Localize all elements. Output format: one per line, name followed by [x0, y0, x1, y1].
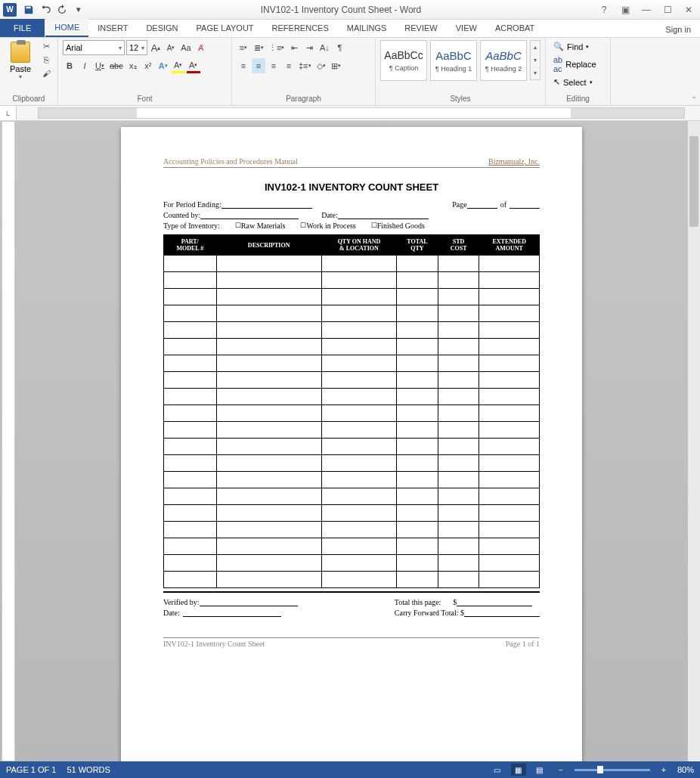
table-cell[interactable]: [164, 405, 217, 422]
strikethrough-button[interactable]: abc: [108, 58, 125, 73]
table-cell[interactable]: [438, 322, 479, 339]
table-cell[interactable]: [216, 289, 321, 305]
shading-button[interactable]: ◇▾: [314, 58, 328, 73]
table-cell[interactable]: [321, 405, 396, 422]
tab-acrobat[interactable]: ACROBAT: [486, 19, 544, 37]
table-cell[interactable]: [164, 488, 217, 505]
font-size-combo[interactable]: 12▾: [126, 40, 147, 55]
table-cell[interactable]: [397, 439, 438, 455]
table-cell[interactable]: [438, 488, 479, 505]
table-cell[interactable]: [397, 538, 438, 555]
align-center-button[interactable]: ≡: [252, 58, 265, 73]
font-name-combo[interactable]: Arial▾: [63, 40, 125, 55]
table-cell[interactable]: [479, 555, 540, 572]
table-cell[interactable]: [164, 472, 217, 488]
table-cell[interactable]: [164, 538, 217, 555]
sort-button[interactable]: A↓: [317, 40, 331, 55]
table-cell[interactable]: [321, 305, 396, 322]
table-cell[interactable]: [479, 305, 540, 322]
table-cell[interactable]: [216, 339, 321, 355]
table-cell[interactable]: [164, 422, 217, 439]
table-cell[interactable]: [321, 256, 396, 272]
table-cell[interactable]: [164, 355, 217, 372]
horizontal-ruler[interactable]: [38, 107, 685, 119]
table-cell[interactable]: [164, 289, 217, 305]
table-cell[interactable]: [397, 405, 438, 422]
table-cell[interactable]: [438, 339, 479, 355]
table-cell[interactable]: [397, 289, 438, 305]
table-cell[interactable]: [321, 339, 396, 355]
table-cell[interactable]: [164, 256, 217, 272]
underline-button[interactable]: U▾: [93, 58, 107, 73]
italic-button[interactable]: I: [78, 58, 91, 73]
table-cell[interactable]: [216, 322, 321, 339]
justify-button[interactable]: ≡: [282, 58, 296, 73]
table-cell[interactable]: [216, 405, 321, 422]
table-cell[interactable]: [479, 389, 540, 405]
table-cell[interactable]: [479, 455, 540, 472]
tab-page-layout[interactable]: PAGE LAYOUT: [187, 19, 263, 37]
table-cell[interactable]: [216, 422, 321, 439]
table-cell[interactable]: [397, 355, 438, 372]
table-cell[interactable]: [397, 256, 438, 272]
table-cell[interactable]: [164, 372, 217, 389]
ribbon-display-button[interactable]: ▣: [617, 2, 633, 17]
table-cell[interactable]: [164, 272, 217, 289]
table-cell[interactable]: [321, 355, 396, 372]
table-cell[interactable]: [216, 355, 321, 372]
table-cell[interactable]: [479, 405, 540, 422]
undo-button[interactable]: [38, 2, 53, 17]
table-cell[interactable]: [164, 522, 217, 538]
vertical-scrollbar[interactable]: [688, 121, 700, 761]
scrollbar-thumb[interactable]: [689, 136, 698, 227]
table-cell[interactable]: [438, 272, 479, 289]
table-cell[interactable]: [479, 505, 540, 522]
page-count[interactable]: PAGE 1 OF 1: [6, 765, 56, 774]
table-cell[interactable]: [438, 372, 479, 389]
help-button[interactable]: ?: [596, 2, 612, 17]
sign-in-link[interactable]: Sign in: [656, 22, 700, 37]
table-cell[interactable]: [321, 422, 396, 439]
align-right-button[interactable]: ≡: [267, 58, 280, 73]
table-cell[interactable]: [216, 572, 321, 588]
table-cell[interactable]: [321, 272, 396, 289]
table-cell[interactable]: [438, 422, 479, 439]
table-cell[interactable]: [479, 522, 540, 538]
bullets-button[interactable]: ≡▾: [237, 40, 250, 55]
multilevel-list-button[interactable]: ⋮≡▾: [267, 40, 286, 55]
style-heading-2[interactable]: AaBbC¶ Heading 2: [480, 40, 527, 81]
tab-view[interactable]: VIEW: [447, 19, 486, 37]
maximize-button[interactable]: ☐: [659, 2, 676, 17]
tab-review[interactable]: REVIEW: [395, 19, 446, 37]
zoom-level[interactable]: 80%: [677, 765, 694, 774]
table-cell[interactable]: [397, 305, 438, 322]
table-cell[interactable]: [216, 389, 321, 405]
table-cell[interactable]: [216, 522, 321, 538]
table-cell[interactable]: [479, 355, 540, 372]
document-page[interactable]: Accounting Policies and Procedures Manua…: [121, 127, 582, 761]
table-cell[interactable]: [479, 339, 540, 355]
style-caption[interactable]: AaBbCc¶ Caption: [380, 40, 427, 81]
table-cell[interactable]: [479, 538, 540, 555]
collapse-ribbon-button[interactable]: ⌃: [691, 95, 697, 104]
tab-design[interactable]: DESIGN: [137, 19, 187, 37]
zoom-slider-thumb[interactable]: [597, 766, 603, 773]
zoom-in-button[interactable]: +: [656, 764, 671, 776]
table-cell[interactable]: [321, 322, 396, 339]
table-cell[interactable]: [438, 256, 479, 272]
table-cell[interactable]: [216, 555, 321, 572]
table-cell[interactable]: [216, 505, 321, 522]
increase-indent-button[interactable]: ⇥: [302, 40, 316, 55]
shrink-font-button[interactable]: A▾: [164, 40, 178, 55]
table-cell[interactable]: [321, 289, 396, 305]
table-cell[interactable]: [321, 522, 396, 538]
close-button[interactable]: ✕: [680, 2, 697, 17]
table-cell[interactable]: [164, 389, 217, 405]
table-cell[interactable]: [321, 389, 396, 405]
table-cell[interactable]: [397, 372, 438, 389]
select-button[interactable]: ↖Select▾: [550, 76, 599, 88]
table-cell[interactable]: [397, 422, 438, 439]
table-cell[interactable]: [216, 472, 321, 488]
redo-button[interactable]: [54, 2, 70, 17]
table-cell[interactable]: [438, 389, 479, 405]
